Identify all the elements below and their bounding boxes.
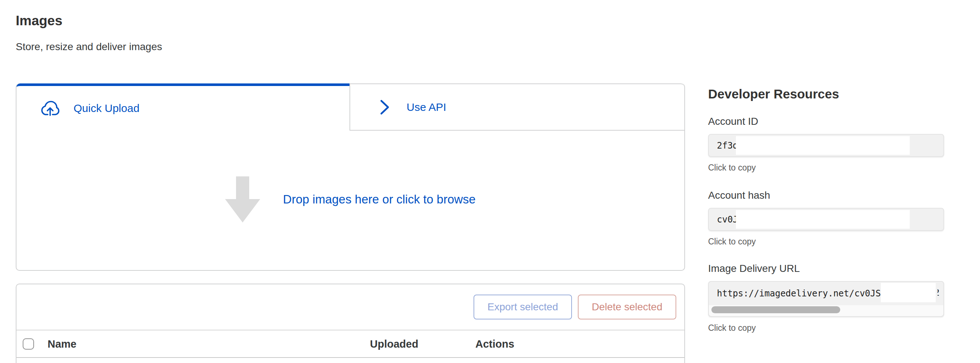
redaction-overlay	[736, 136, 910, 155]
account-hash-label: Account hash	[708, 189, 770, 201]
account-hash-copy-hint: Click to copy	[708, 237, 756, 247]
redaction-overlay	[881, 283, 936, 302]
image-delivery-url-label: Image Delivery URL	[708, 263, 800, 274]
account-id-label: Account ID	[708, 116, 758, 127]
tab-quick-upload-label: Quick Upload	[73, 102, 139, 115]
table-header-row: Name Uploaded Actions	[16, 330, 684, 358]
image-dropzone[interactable]: Drop images here or click to browse	[16, 131, 684, 268]
chevron-right-icon	[379, 99, 390, 115]
image-delivery-url-row: https://imagedelivery.net/cv0JSj 2	[709, 282, 943, 305]
account-id-value: 2f3d	[717, 140, 738, 151]
account-hash-value: cv0J	[717, 215, 738, 224]
page-subtitle: Store, resize and deliver images	[16, 41, 162, 53]
column-header-actions: Actions	[476, 338, 514, 350]
tab-quick-upload[interactable]: Quick Upload	[16, 83, 350, 131]
upload-card: Quick Upload Use API Drop images here or	[16, 83, 685, 271]
column-header-name: Name	[48, 338, 76, 350]
image-delivery-url-copy-box[interactable]: https://imagedelivery.net/cv0JSj 2	[708, 281, 944, 317]
account-id-copy-box[interactable]: 2f3d	[708, 134, 944, 157]
image-delivery-url-value: https://imagedelivery.net/cv0JSj	[717, 288, 886, 299]
export-selected-button[interactable]: Export selected	[474, 295, 572, 320]
developer-resources-heading: Developer Resources	[708, 87, 839, 101]
redaction-overlay	[736, 210, 910, 229]
url-scrollbar-thumb[interactable]	[711, 306, 840, 313]
account-hash-copy-box[interactable]: cv0J	[708, 208, 944, 231]
arrow-down-icon	[225, 177, 260, 223]
tab-use-api-label: Use API	[407, 101, 446, 113]
url-scrollbar-track	[709, 305, 943, 316]
page-title: Images	[16, 13, 62, 29]
images-page: Images Store, resize and deliver images …	[0, 0, 980, 363]
url-tail-fragment: 2	[937, 288, 942, 299]
delete-selected-button[interactable]: Delete selected	[578, 295, 676, 320]
account-id-copy-hint: Click to copy	[708, 163, 756, 173]
image-delivery-url-copy-hint: Click to copy	[708, 323, 756, 333]
table-toolbar: Export selected Delete selected	[16, 284, 684, 330]
dropzone-label: Drop images here or click to browse	[283, 193, 476, 206]
dropzone-inner: Drop images here or click to browse	[225, 177, 476, 223]
column-header-uploaded: Uploaded	[370, 338, 418, 350]
images-table-card: Export selected Delete selected Name Upl…	[16, 283, 685, 363]
upload-tab-row: Quick Upload Use API	[16, 83, 684, 131]
select-all-checkbox[interactable]	[23, 338, 34, 349]
tab-use-api[interactable]: Use API	[350, 83, 684, 131]
cloud-upload-icon	[40, 100, 60, 117]
